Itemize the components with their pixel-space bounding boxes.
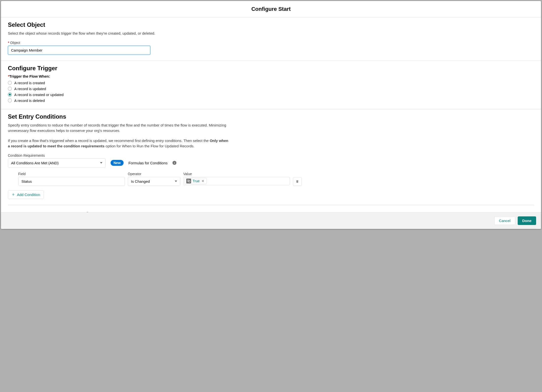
condition-requirements-row: All Conditions Are Met (AND) New Formula… xyxy=(8,158,534,168)
formulas-for-conditions-text: Formulas for Conditions xyxy=(128,161,168,165)
plus-icon xyxy=(12,193,15,196)
condition-field-col: Field Status xyxy=(18,172,125,186)
condition-value-input[interactable]: True ✕ xyxy=(183,177,290,185)
entry-conditions-desc2: If you create a flow that's triggered wh… xyxy=(8,138,229,149)
radio-record-created[interactable]: A record is created xyxy=(8,80,534,85)
trigger-when-label: *Trigger the Flow When: xyxy=(8,74,534,78)
condition-operator-col: Operator Is Changed xyxy=(128,172,180,186)
radio-icon xyxy=(8,87,12,91)
configure-start-modal: Configure Start Select Object Select the… xyxy=(1,1,541,229)
modal-footer: Cancel Done xyxy=(1,212,541,229)
entry-conditions-title: Set Entry Conditions xyxy=(8,113,534,120)
field-column-label: Field xyxy=(18,172,125,176)
condition-requirements-select[interactable]: All Conditions Are Met (AND) xyxy=(8,158,106,168)
trash-icon xyxy=(295,180,299,183)
info-icon[interactable]: i xyxy=(86,212,89,212)
global-constant-icon xyxy=(186,179,191,183)
delete-condition-button[interactable] xyxy=(293,177,302,186)
section-select-object: Select Object Select the object whose re… xyxy=(1,17,541,61)
operator-column-label: Operator xyxy=(128,172,180,176)
modal-header: Configure Start xyxy=(1,1,541,17)
modal-body[interactable]: Select Object Select the object whose re… xyxy=(1,17,541,212)
select-object-desc: Select the object whose records trigger … xyxy=(8,31,229,36)
cancel-button[interactable]: Cancel xyxy=(494,216,515,225)
radio-icon xyxy=(8,93,12,97)
entry-conditions-desc1: Specify entry conditions to reduce the n… xyxy=(8,123,229,134)
info-icon[interactable]: i xyxy=(172,161,176,165)
remove-value-icon[interactable]: ✕ xyxy=(201,179,205,183)
object-combobox[interactable]: Campaign Member xyxy=(8,46,150,55)
value-column-label: Value xyxy=(183,172,290,176)
radio-record-updated[interactable]: A record is updated xyxy=(8,86,534,91)
when-to-run-heading: When to Run the Flow for Updated Records… xyxy=(8,212,534,212)
trigger-radio-group: A record is created A record is updated … xyxy=(8,80,534,103)
add-condition-button[interactable]: Add Condition xyxy=(8,190,44,199)
chevron-down-icon xyxy=(175,181,177,182)
condition-operator-select[interactable]: Is Changed xyxy=(128,177,180,186)
section-entry-conditions: Set Entry Conditions Specify entry condi… xyxy=(1,109,541,212)
condition-field-input[interactable]: Status xyxy=(18,177,125,186)
done-button[interactable]: Done xyxy=(518,216,536,225)
condition-row: Field Status Operator Is Changed Value xyxy=(8,172,534,186)
select-object-title: Select Object xyxy=(8,21,534,28)
chevron-down-icon xyxy=(100,162,102,164)
modal-title: Configure Start xyxy=(6,6,536,12)
radio-icon xyxy=(8,81,12,85)
radio-record-deleted[interactable]: A record is deleted xyxy=(8,98,534,103)
new-badge: New xyxy=(111,160,124,166)
radio-icon xyxy=(8,98,12,102)
radio-record-created-or-updated[interactable]: A record is created or updated xyxy=(8,92,534,97)
section-configure-trigger: Configure Trigger *Trigger the Flow When… xyxy=(1,61,541,109)
object-label: * Object xyxy=(8,41,534,45)
condition-value-col: Value True ✕ xyxy=(183,172,290,186)
condition-requirements-label: Condition Requirements xyxy=(8,154,534,157)
value-pill: True ✕ xyxy=(185,178,207,184)
configure-trigger-title: Configure Trigger xyxy=(8,65,534,72)
